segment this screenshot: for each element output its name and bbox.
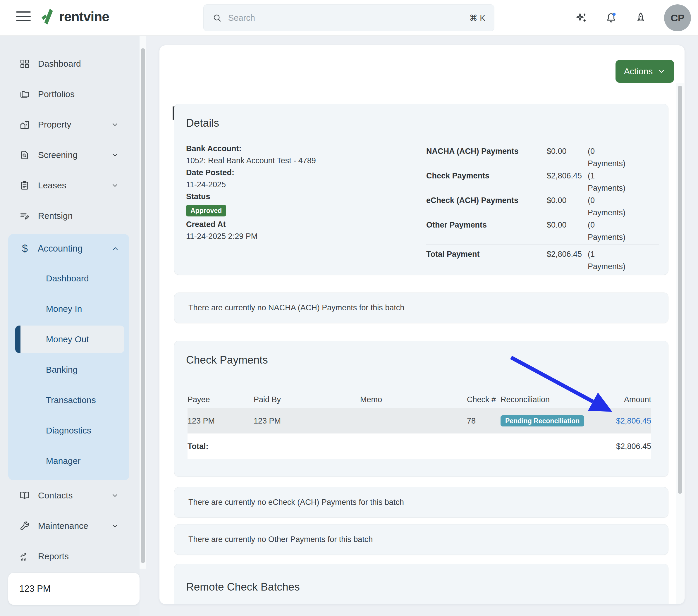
- actions-button-label: Actions: [624, 66, 653, 76]
- sidebar-item-label: Banking: [46, 365, 78, 375]
- sidebar-item-screening[interactable]: Screening: [0, 140, 140, 170]
- chevron-up-icon: [111, 244, 120, 253]
- sidebar-item-label: Dashboard: [46, 274, 89, 283]
- sidebar-item-label: Money In: [46, 304, 82, 314]
- table-header-row: Payee Paid By Memo Check # Reconciliatio…: [187, 376, 651, 408]
- sidebar-scrollbar-handle[interactable]: [141, 48, 145, 563]
- sidebar-item-dashboard[interactable]: Dashboard: [0, 48, 140, 79]
- sidebar-item-reports[interactable]: Reports: [0, 541, 140, 572]
- book-open-icon: [19, 490, 30, 501]
- reconciliation-status-badge: Pending Reconciliation: [501, 415, 584, 426]
- sidebar-item-maintenance[interactable]: Maintenance: [0, 511, 140, 541]
- details-fields: Bank Account: 1052: Real Bank Account Te…: [186, 143, 316, 242]
- sidebar-item-label: Manager: [46, 456, 81, 466]
- chevron-down-icon: [111, 121, 119, 129]
- check-payments-table: Payee Paid By Memo Check # Reconciliatio…: [187, 376, 651, 459]
- sidebar-item-banking[interactable]: Banking: [8, 354, 129, 385]
- chevron-down-icon: [657, 67, 666, 75]
- sidebar-item-label: Rentsign: [38, 211, 72, 221]
- page-root: rentvine Search ⌘ K: [0, 0, 698, 616]
- status-badge: Approved: [186, 205, 226, 216]
- sidebar-item-manager[interactable]: Manager: [8, 446, 129, 476]
- topbar-actions: CP: [575, 0, 698, 36]
- rentvine-logo[interactable]: rentvine: [42, 9, 109, 25]
- echeck-empty-message: There are currently no eCheck (ACH) Paym…: [189, 498, 404, 507]
- notifications-bell-icon[interactable]: [605, 12, 617, 24]
- sidebar-item-label: Screening: [38, 150, 78, 160]
- status-label: Status: [186, 191, 316, 203]
- sidebar-item-label: Transactions: [46, 395, 96, 405]
- rentvine-logo-icon: [42, 9, 55, 25]
- ai-sparkles-icon[interactable]: [575, 12, 587, 24]
- cell-paid-by: 123 PM: [254, 417, 360, 425]
- table-total-row: Total: $2,806.45: [187, 433, 651, 459]
- chevron-down-icon: [111, 522, 119, 530]
- organization-switcher[interactable]: 123 PM: [8, 573, 140, 605]
- folders-icon: [19, 89, 30, 99]
- bank-account-value: 1052: Real Bank Account Test - 4789: [186, 155, 316, 167]
- summary-divider: [426, 244, 659, 245]
- avatar[interactable]: CP: [664, 4, 691, 31]
- column-header-amount: Amount: [597, 395, 651, 404]
- bank-account-label: Bank Account:: [186, 143, 316, 155]
- cell-check-no: 78: [467, 417, 501, 425]
- date-posted-value: 11-24-2025: [186, 179, 316, 191]
- summary-count: (0 Payments): [588, 219, 632, 243]
- dollar-icon: $: [22, 242, 29, 255]
- sidebar: Dashboard Portfolios Property: [0, 36, 140, 616]
- chevron-down-icon: [111, 181, 119, 190]
- total-payment-amount: $2,806.45: [547, 248, 588, 272]
- nacha-empty-card: There are currently no NACHA (ACH) Payme…: [174, 293, 668, 323]
- sidebar-item-accounting-dashboard[interactable]: Dashboard: [8, 263, 129, 294]
- column-header-paid-by: Paid By: [254, 395, 360, 404]
- topbar: rentvine Search ⌘ K: [0, 0, 698, 36]
- hamburger-menu-icon[interactable]: [16, 11, 31, 24]
- sidebar-item-leases[interactable]: Leases: [0, 170, 140, 201]
- avatar-initials: CP: [670, 12, 684, 24]
- sidebar-item-property[interactable]: Property: [0, 109, 140, 140]
- summary-amount: $0.00: [547, 219, 588, 243]
- details-card: Details Bank Account: 1052: Real Bank Ac…: [174, 104, 668, 275]
- amount-link[interactable]: $2,806.45: [616, 417, 651, 425]
- search-shortcut: ⌘ K: [470, 13, 485, 23]
- sidebar-item-contacts[interactable]: Contacts: [0, 480, 140, 511]
- summary-amount: $0.00: [547, 145, 588, 170]
- search-input[interactable]: Search ⌘ K: [203, 4, 494, 31]
- summary-amount: $2,806.45: [547, 170, 588, 194]
- sidebar-item-label: Leases: [38, 181, 66, 191]
- table-total-amount: $2,806.45: [597, 442, 651, 451]
- sidebar-item-label: Maintenance: [38, 521, 88, 531]
- check-payments-card: Check Payments Payee Paid By Memo Check …: [174, 341, 668, 477]
- search-icon: [212, 13, 222, 23]
- summary-label: Check Payments: [426, 170, 547, 194]
- chevron-down-icon: [111, 151, 119, 159]
- table-row: 123 PM 123 PM 78 Pending Reconciliation …: [187, 408, 651, 433]
- notification-dot: [613, 13, 616, 16]
- sidebar-item-diagnostics[interactable]: Diagnostics: [8, 415, 129, 446]
- rocket-icon[interactable]: [635, 12, 646, 24]
- sidebar-item-accounting[interactable]: $ Accounting: [8, 234, 129, 263]
- summary-row-other: Other Payments $0.00 (0 Payments): [426, 219, 659, 243]
- sidebar-item-label: Dashboard: [38, 59, 81, 69]
- sidebar-accounting-group: $ Accounting Dashboard Money In Money Ou…: [8, 234, 129, 480]
- actions-button[interactable]: Actions: [615, 60, 674, 83]
- date-posted-label: Date Posted:: [186, 167, 316, 179]
- sidebar-item-money-out[interactable]: Money Out: [15, 325, 124, 353]
- clipboard-icon: [19, 180, 30, 191]
- created-at-label: Created At: [186, 219, 316, 230]
- sidebar-item-money-in[interactable]: Money In: [8, 294, 129, 324]
- chevron-down-icon: [111, 491, 119, 500]
- summary-count: (0 Payments): [588, 194, 632, 219]
- property-icon: [19, 119, 30, 130]
- content-scrollbar-handle[interactable]: [678, 86, 682, 494]
- cell-reconciliation: Pending Reconciliation: [501, 415, 597, 426]
- sidebar-nav: Dashboard Portfolios Property: [0, 36, 140, 572]
- sidebar-item-rentsign[interactable]: Rentsign: [0, 201, 140, 231]
- nacha-empty-message: There are currently no NACHA (ACH) Payme…: [189, 303, 404, 312]
- summary-label: eCheck (ACH) Payments: [426, 194, 547, 219]
- sidebar-item-portfolios[interactable]: Portfolios: [0, 79, 140, 109]
- sidebar-item-label: Money Out: [46, 334, 89, 344]
- sidebar-item-transactions[interactable]: Transactions: [8, 385, 129, 415]
- sidebar-item-label: Contacts: [38, 491, 72, 501]
- remote-check-batches-heading: Remote Check Batches: [186, 581, 300, 593]
